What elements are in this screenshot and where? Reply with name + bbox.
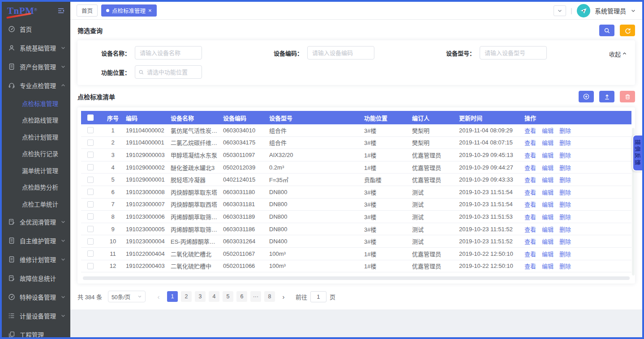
edit-link[interactable]: 编辑 <box>542 127 554 134</box>
delete-link[interactable]: 删除 <box>559 201 571 208</box>
row-checkbox[interactable] <box>87 201 94 208</box>
sidebar-subitem[interactable]: 点检计划管理 <box>2 128 70 145</box>
edit-link[interactable]: 编辑 <box>542 214 554 220</box>
delete-link[interactable]: 删除 <box>559 263 571 270</box>
add-button[interactable] <box>579 91 594 102</box>
filter-text-input[interactable] <box>307 46 374 59</box>
search-button[interactable] <box>599 25 614 36</box>
import-button[interactable] <box>599 91 614 102</box>
view-link[interactable]: 查看 <box>524 226 536 233</box>
edit-link[interactable]: 编辑 <box>542 177 554 183</box>
sidebar-subitem[interactable]: 点检路线管理 <box>2 112 70 129</box>
feedback-tab[interactable]: 提供反馈 <box>632 135 642 171</box>
delete-link[interactable]: 删除 <box>559 165 571 171</box>
page-button[interactable]: 2 <box>181 291 192 302</box>
user-menu-chevron-down-icon[interactable] <box>631 8 636 13</box>
edit-link[interactable]: 编辑 <box>542 140 554 146</box>
sidebar-item[interactable]: 系统基础管理 <box>2 38 70 57</box>
row-checkbox[interactable] <box>87 164 94 170</box>
edit-link[interactable]: 编辑 <box>542 263 554 270</box>
sidebar-subitem[interactable]: 漏单统计管理 <box>2 162 70 179</box>
sidebar-item[interactable]: 全优润滑管理 <box>2 212 70 231</box>
tab-list-dropdown-button[interactable] <box>554 5 566 16</box>
select-all-checkbox[interactable] <box>87 114 94 121</box>
edit-link[interactable]: 编辑 <box>542 238 554 245</box>
delete-link[interactable]: 删除 <box>559 214 571 220</box>
filter-text-input[interactable] <box>135 46 202 59</box>
page-ellipsis[interactable]: ··· <box>250 291 261 302</box>
edit-link[interactable]: 编辑 <box>542 152 554 159</box>
filter-text-input[interactable] <box>480 46 547 59</box>
edit-link[interactable]: 编辑 <box>542 251 554 258</box>
view-link[interactable]: 查看 <box>524 238 536 245</box>
delete-link[interactable]: 删除 <box>559 226 571 233</box>
view-link[interactable]: 查看 <box>524 251 536 258</box>
sidebar-item[interactable]: 特种设备管理 <box>2 288 70 306</box>
user-name[interactable]: 系统管理员 <box>595 6 626 15</box>
collapse-filter-link[interactable]: 收起 <box>609 50 627 58</box>
tab-item[interactable]: 首页 <box>77 4 98 17</box>
row-checkbox[interactable] <box>87 213 94 220</box>
delete-link[interactable]: 删除 <box>559 251 571 258</box>
delete-link[interactable]: 删除 <box>559 152 571 159</box>
delete-link[interactable]: 删除 <box>559 189 571 196</box>
delete-link[interactable]: 删除 <box>559 140 571 146</box>
sidebar-item[interactable]: 首页 <box>2 20 70 38</box>
sidebar-subitem[interactable]: 点检工单统计 <box>2 195 70 212</box>
edit-link[interactable]: 编辑 <box>542 189 554 196</box>
refresh-button[interactable] <box>620 25 635 36</box>
cell-model: 组合件 <box>269 138 364 147</box>
row-checkbox[interactable] <box>87 238 94 245</box>
function-location-input[interactable] <box>135 65 202 79</box>
row-checkbox[interactable] <box>87 189 94 195</box>
tab-active[interactable]: 点检标准管理× <box>101 4 157 17</box>
next-page-button[interactable]: › <box>278 291 289 302</box>
row-checkbox[interactable] <box>87 177 94 183</box>
sidebar-item[interactable]: 故障信息统计 <box>2 269 70 288</box>
view-link[interactable]: 查看 <box>524 189 536 196</box>
page-size-select[interactable]: 50条/页 <box>108 291 146 302</box>
page-button[interactable]: 1 <box>167 291 178 302</box>
page-button[interactable]: 3 <box>195 291 206 302</box>
sidebar-subitem[interactable]: 点检趋势分析 <box>2 179 70 196</box>
row-checkbox[interactable] <box>87 226 94 232</box>
sidebar-item[interactable]: 计量设备管理 <box>2 306 70 325</box>
sidebar-collapse-icon[interactable] <box>57 7 65 15</box>
row-checkbox[interactable] <box>87 250 94 257</box>
row-checkbox[interactable] <box>87 140 94 146</box>
page-button[interactable]: 5 <box>223 291 233 302</box>
row-checkbox[interactable] <box>87 152 94 158</box>
sidebar-item[interactable]: 专业点检管理 <box>2 76 70 95</box>
view-link[interactable]: 查看 <box>524 127 536 134</box>
view-link[interactable]: 查看 <box>524 214 536 220</box>
sidebar-item[interactable]: 维修计划管理 <box>2 250 70 269</box>
sidebar-item[interactable]: 自主维护管理 <box>2 231 70 250</box>
delete-link[interactable]: 删除 <box>559 177 571 183</box>
row-checkbox[interactable] <box>87 127 94 133</box>
sidebar-item[interactable]: 工程管理 <box>2 325 70 338</box>
sidebar-subitem[interactable]: 点检标准管理 <box>2 95 70 112</box>
view-link[interactable]: 查看 <box>524 140 536 146</box>
edit-link[interactable]: 编辑 <box>542 165 554 171</box>
sidebar-subitem[interactable]: 点检执行记录 <box>2 145 70 162</box>
user-avatar[interactable] <box>577 4 590 17</box>
close-icon[interactable]: × <box>148 8 152 13</box>
delete-button[interactable] <box>620 91 635 102</box>
sidebar-item[interactable]: 资产台账管理 <box>2 57 70 76</box>
view-link[interactable]: 查看 <box>524 177 536 183</box>
prev-page-button[interactable]: ‹ <box>153 291 164 302</box>
page-button[interactable]: 6 <box>236 291 247 302</box>
view-link[interactable]: 查看 <box>524 201 536 208</box>
view-link[interactable]: 查看 <box>524 165 536 171</box>
page-button[interactable]: 4 <box>209 291 219 302</box>
delete-link[interactable]: 删除 <box>559 238 571 245</box>
view-link[interactable]: 查看 <box>524 152 536 159</box>
horizontal-scrollbar[interactable] <box>83 276 630 280</box>
edit-link[interactable]: 编辑 <box>542 226 554 233</box>
delete-link[interactable]: 删除 <box>559 127 571 134</box>
row-checkbox[interactable] <box>87 263 94 269</box>
page-button[interactable]: 8 <box>264 291 275 302</box>
goto-page-input[interactable] <box>310 291 326 302</box>
view-link[interactable]: 查看 <box>524 263 536 270</box>
edit-link[interactable]: 编辑 <box>542 201 554 208</box>
